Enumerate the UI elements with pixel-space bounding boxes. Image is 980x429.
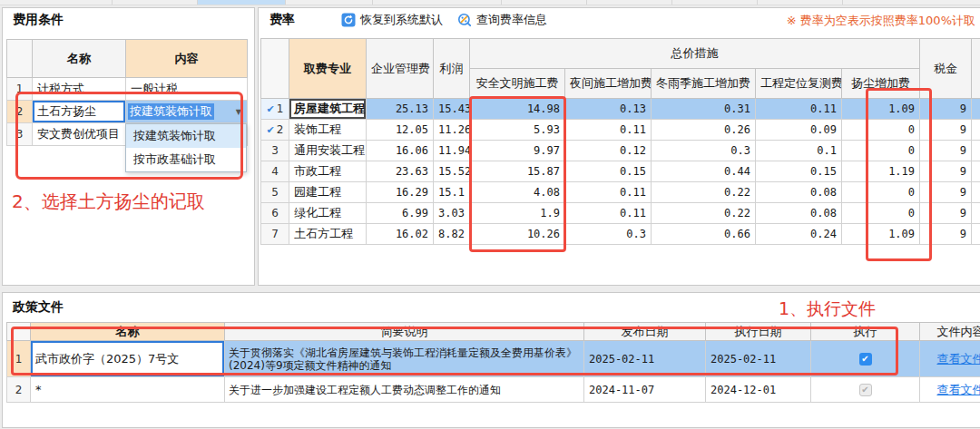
tab[interactable] [672,0,758,5]
tab[interactable] [286,0,373,5]
rates-night-cell[interactable]: 0.12 [565,141,652,161]
rates-profit-cell[interactable]: 11.94 [434,141,470,161]
chevron-down-icon[interactable]: ▼ [236,108,241,116]
rates-survey-cell[interactable]: 0.24 [756,224,842,245]
fee-name-cell[interactable]: 安文费创优项目 [33,123,126,146]
tab[interactable] [502,0,587,5]
rates-profession-cell[interactable]: 绿化工程 [289,203,367,224]
rates-survey-cell[interactable]: 0.15 [756,161,842,182]
rates-survey-cell[interactable]: 0.11 [756,99,842,120]
rates-winter-cell[interactable]: 0.31 [652,99,756,120]
dropdown-option[interactable]: 按市政基础计取 [126,148,246,171]
rates-night-cell[interactable]: 0.11 [565,120,652,141]
policy-publish-date-cell[interactable]: 2025-02-11 [584,341,706,377]
rates-profession-cell[interactable]: 市政工程 [289,161,367,182]
rates-safety-cell[interactable]: 4.08 [470,182,565,203]
rates-note: ※ 费率为空表示按照费率100%计取 [787,13,975,29]
fee-name-cell[interactable]: 土石方扬尘 [33,101,126,123]
policy-publish-date-cell[interactable]: 2024-11-07 [584,377,706,403]
rates-survey-cell[interactable]: 0.09 [756,120,842,141]
rates-night-cell[interactable]: 0.3 [565,224,652,245]
rates-profession-cell[interactable]: 装饰工程 [289,120,367,141]
rates-mgmt-cell[interactable]: 16.29 [367,182,434,203]
rates-profession-cell[interactable]: 房屋建筑工程 [289,99,367,120]
rates-mgmt-cell[interactable]: 16.02 [367,224,434,245]
dust-option-combobox[interactable]: 按建筑装饰计取▼ [128,103,245,120]
policy-name-cell[interactable]: 武市政价字（2025）7号文 [31,341,225,377]
rates-mgmt-cell[interactable]: 16.06 [367,141,434,161]
rates-winter-cell[interactable]: 0.44 [652,161,756,182]
rates-safety-cell[interactable]: 15.87 [470,161,565,182]
rates-safety-cell[interactable]: 9.97 [470,141,565,161]
rates-profit-cell[interactable]: 8.82 [434,224,470,245]
tab-strip[interactable] [0,0,980,5]
rates-survey-cell[interactable]: 0.08 [756,182,842,203]
rates-profit-cell[interactable]: 15.43 [434,99,470,120]
rates-winter-cell[interactable]: 0.26 [652,120,756,141]
rates-tax-cell[interactable]: 9 [920,182,972,203]
rates-dust-cell[interactable]: 1.09 [842,224,920,245]
dropdown-option[interactable]: 按建筑装饰计取 [126,124,246,148]
rates-profit-cell[interactable]: 15.52 [434,161,470,182]
rates-winter-cell[interactable]: 0.22 [652,203,756,224]
rates-dust-cell[interactable]: 1.19 [842,161,920,182]
fee-name-cell[interactable]: 计税方式 [33,78,126,101]
tab[interactable] [113,0,198,5]
rates-mgmt-cell[interactable]: 25.13 [367,99,434,120]
tab[interactable] [758,0,843,5]
rates-profession-cell[interactable]: 通用安装工程 [289,141,367,161]
rates-night-cell[interactable]: 0.13 [565,99,652,120]
rates-winter-cell[interactable]: 0.3 [652,141,756,161]
rates-night-cell[interactable]: 0.11 [565,182,652,203]
dust-option-dropdown-list[interactable]: 按建筑装饰计取按市政基础计取 [125,123,247,172]
tab[interactable] [843,0,980,5]
rates-tax-cell[interactable]: 9 [920,161,972,182]
fee-value-cell[interactable]: 一般计税 [126,78,248,101]
policy-execute-checkbox[interactable]: ✔ [859,384,872,396]
policy-execute-date-cell[interactable]: 2024-12-01 [706,377,811,403]
policy-name-cell[interactable]: * [31,377,225,403]
rates-profit-cell[interactable]: 11.26 [434,120,470,141]
rates-tax-cell[interactable]: 9 [920,224,972,245]
rates-tax-cell[interactable]: 9 [920,99,972,120]
rates-mgmt-cell[interactable]: 6.99 [367,203,434,224]
rates-dust-cell[interactable]: 1.09 [842,99,920,120]
tab-active[interactable] [198,0,286,5]
rates-tax-cell[interactable]: 9 [920,203,972,224]
rates-safety-cell[interactable]: 1.9 [470,203,565,224]
view-file-link[interactable]: 查看文件 [937,383,980,396]
restore-defaults-button[interactable]: 恢复到系统默认 [341,11,443,29]
rates-survey-cell[interactable]: 0.08 [756,203,842,224]
tab[interactable] [587,0,672,5]
tab[interactable] [0,0,113,5]
rates-dust-cell[interactable]: 0 [842,203,920,224]
rates-safety-cell[interactable]: 14.98 [470,99,565,120]
rates-tax-cell[interactable]: 9 [920,141,972,161]
rates-profession-cell[interactable]: 土石方工程 [289,224,367,245]
rates-night-cell[interactable]: 0.11 [565,203,652,224]
rates-winter-cell[interactable]: 0.66 [652,224,756,245]
rates-dust-cell[interactable]: 0 [842,182,920,203]
rates-winter-cell[interactable]: 0.22 [652,182,756,203]
policy-execute-checkbox[interactable]: ✔ [859,353,872,366]
rates-mgmt-cell[interactable]: 23.63 [367,161,434,182]
rates-profit-cell[interactable]: 15.1 [434,182,470,203]
fee-value-cell[interactable]: 按建筑装饰计取▼ [126,101,248,123]
rates-survey-cell[interactable]: 0.1 [756,141,842,161]
rates-night-cell[interactable]: 0.15 [565,161,652,182]
policy-desc-cell[interactable]: 关于贯彻落实《湖北省房屋建筑与装饰工程消耗量定额及全费用基价表》(2024)等9… [225,341,584,377]
rates-row-number: ✔1 [261,99,289,120]
rates-tax-cell[interactable]: 9 [920,120,972,141]
rates-safety-cell[interactable]: 10.26 [470,224,565,245]
policy-desc-cell[interactable]: 关于进一步加强建设工程定额人工费动态调整工作的通知 [225,377,584,403]
policy-execute-date-cell[interactable]: 2025-02-11 [706,341,811,377]
rates-mgmt-cell[interactable]: 12.05 [367,120,434,141]
tab[interactable] [373,0,502,5]
rates-profit-cell[interactable]: 3.03 [434,203,470,224]
query-rates-button[interactable]: 查询费率信息 [457,11,547,29]
rates-dust-cell[interactable]: 0 [842,141,920,161]
rates-safety-cell[interactable]: 5.93 [470,120,565,141]
view-file-link[interactable]: 查看文件 [937,352,980,366]
rates-profession-cell[interactable]: 园建工程 [289,182,367,203]
rates-dust-cell[interactable]: 0 [842,120,920,141]
